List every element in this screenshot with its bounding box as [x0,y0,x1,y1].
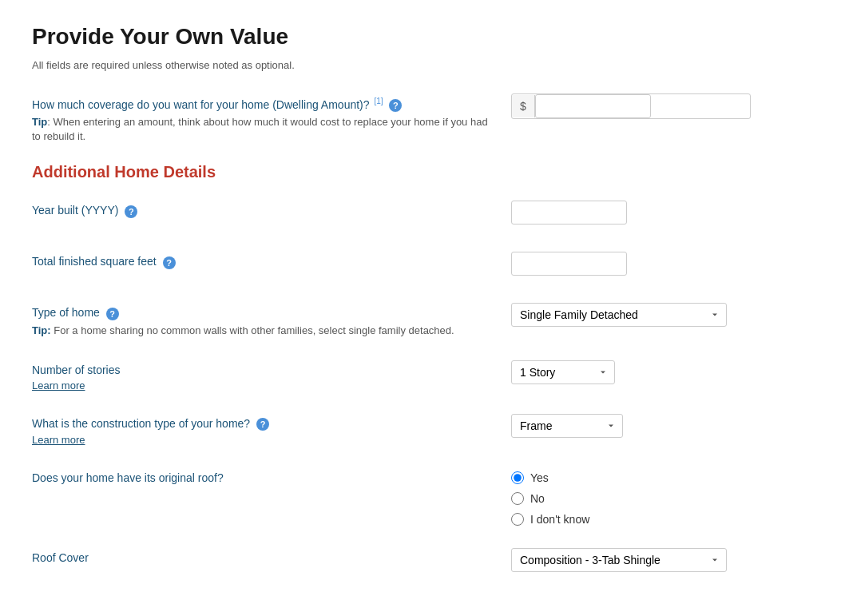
type-of-home-select[interactable]: Single Family Detached Condo/Townhouse M… [511,303,727,327]
original-roof-input-col: Yes No I don't know [511,465,809,526]
original-roof-block: Does your home have its original roof? Y… [32,465,809,526]
year-built-help-icon[interactable]: ? [125,205,137,218]
original-roof-radio-group: Yes No I don't know [511,468,589,526]
roof-cover-label-col: Roof Cover [32,545,511,564]
dwelling-tip: Tip: When entering an amount, think abou… [32,115,495,144]
construction-help-icon[interactable]: ? [256,418,269,431]
square-feet-label: Total finished square feet ? [32,255,176,268]
stories-label-col: Number of stories Learn more [32,357,511,391]
type-of-home-input-col: Single Family Detached Condo/Townhouse M… [511,300,809,327]
type-of-home-label: Type of home ? [32,306,119,319]
original-roof-dont-know[interactable]: I don't know [511,513,589,526]
stories-input-col: 1 Story 1.5 Story 2 Story 2.5 Story 3 St… [511,357,809,384]
type-of-home-label-col: Type of home ? Tip: For a home sharing n… [32,300,511,337]
square-feet-input[interactable] [511,252,627,276]
original-roof-no-radio[interactable] [511,492,524,505]
year-built-input-col [511,197,809,225]
original-roof-no-label: No [530,492,545,505]
dollar-sign: $ [512,95,535,117]
original-roof-no[interactable]: No [511,492,589,505]
dwelling-label-col: How much coverage do you want for your h… [32,90,511,144]
roof-cover-label: Roof Cover [32,551,89,564]
construction-label-col: What is the construction type of your ho… [32,411,511,446]
year-built-label: Year built (YYYY) ? [32,204,137,217]
original-roof-label: Does your home have its original roof? [32,471,224,484]
construction-input-col: Frame Masonry Superior [511,411,809,438]
dwelling-input-col: $ [511,90,809,119]
page-subtitle: All fields are required unless otherwise… [32,59,809,71]
construction-block: What is the construction type of your ho… [32,411,809,446]
roof-cover-select[interactable]: Composition - 3-Tab Shingle Composition … [511,548,727,572]
dwelling-tip-text: : When entering an amount, think about h… [32,116,488,142]
construction-learn-more[interactable]: Learn more [32,434,85,446]
roof-cover-input-col: Composition - 3-Tab Shingle Composition … [511,545,809,572]
type-of-home-tip-text: For a home sharing no common walls with … [54,324,454,336]
year-built-input[interactable] [511,201,627,225]
page-title: Provide Your Own Value [32,24,809,50]
dwelling-question: How much coverage do you want for your h… [32,98,402,111]
dwelling-footnote: [1] [374,97,383,105]
year-built-block: Year built (YYYY) ? [32,197,809,229]
original-roof-yes-label: Yes [530,471,549,484]
original-roof-label-col: Does your home have its original roof? [32,465,511,484]
square-feet-help-icon[interactable]: ? [163,256,176,269]
dwelling-block: How much coverage do you want for your h… [32,90,809,144]
additional-home-details-title: Additional Home Details [32,163,809,181]
type-of-home-block: Type of home ? Tip: For a home sharing n… [32,300,809,337]
square-feet-block: Total finished square feet ? [32,248,809,280]
roof-cover-block: Roof Cover Composition - 3-Tab Shingle C… [32,545,809,577]
construction-select[interactable]: Frame Masonry Superior [511,414,623,438]
construction-label: What is the construction type of your ho… [32,417,269,430]
type-of-home-tip: Tip: For a home sharing no common walls … [32,324,495,338]
square-feet-input-col [511,248,809,276]
year-built-label-col: Year built (YYYY) ? [32,197,511,217]
original-roof-dontknow-label: I don't know [530,513,589,526]
original-roof-yes-radio[interactable] [511,471,524,484]
square-feet-label-col: Total finished square feet ? [32,248,511,268]
dwelling-amount-wrapper: $ [511,93,751,119]
original-roof-yes[interactable]: Yes [511,471,589,484]
original-roof-dontknow-radio[interactable] [511,513,524,526]
stories-block: Number of stories Learn more 1 Story 1.5… [32,357,809,391]
type-of-home-help-icon[interactable]: ? [106,308,119,320]
stories-label: Number of stories [32,364,120,376]
stories-select[interactable]: 1 Story 1.5 Story 2 Story 2.5 Story 3 St… [511,360,615,384]
dwelling-help-icon[interactable]: ? [389,99,402,112]
dwelling-amount-input[interactable] [535,94,651,118]
stories-learn-more[interactable]: Learn more [32,380,85,391]
